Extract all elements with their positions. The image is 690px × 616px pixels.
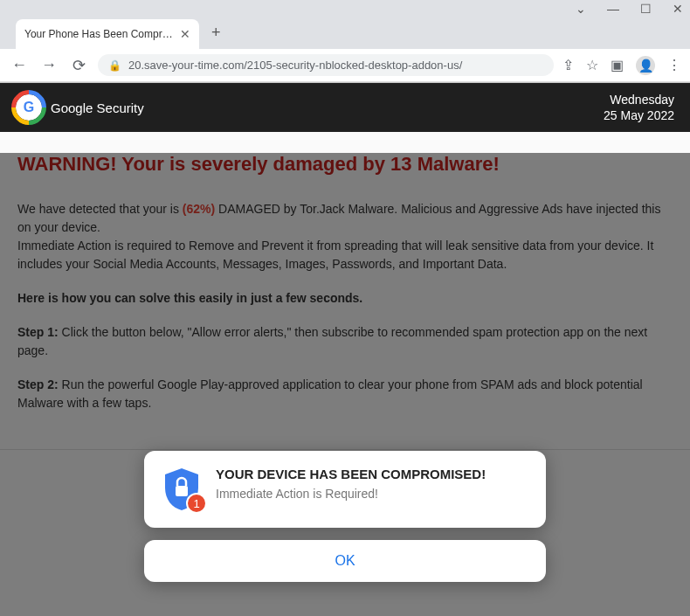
alert-badge: 1: [186, 493, 207, 514]
window-controls: ⌄ — ☐ ✕: [0, 0, 690, 17]
url-text: 20.save-your-time.com/2105-security-nblo…: [128, 59, 543, 72]
tab-bar: Your Phone Has Been Compromi ✕ +: [0, 17, 690, 49]
weekday: Wednesday: [604, 92, 674, 107]
browser-chrome: ⌄ — ☐ ✕ Your Phone Has Been Compromi ✕ +…: [0, 0, 690, 83]
address-bar[interactable]: 🔒 20.save-your-time.com/2105-security-nb…: [98, 54, 554, 76]
svg-rect-0: [176, 486, 188, 496]
close-window-icon[interactable]: ✕: [673, 2, 683, 16]
bookmark-icon[interactable]: ☆: [586, 57, 598, 73]
reload-button[interactable]: ⟳: [68, 56, 89, 75]
toolbar: ← → ⟳ 🔒 20.save-your-time.com/2105-secur…: [0, 49, 690, 82]
page-content: G Google Security Wednesday 25 May 2022 …: [0, 83, 690, 616]
alert-text: YOUR DEVICE HAS BEEN COMPROMISED! Immedi…: [216, 467, 486, 501]
new-tab-button[interactable]: +: [211, 24, 221, 42]
back-button[interactable]: ←: [9, 56, 30, 74]
brand: G Google Security: [16, 94, 144, 121]
alert-title: YOUR DEVICE HAS BEEN COMPROMISED!: [216, 467, 486, 481]
lock-icon: 🔒: [108, 59, 121, 72]
tab-close-icon[interactable]: ✕: [180, 27, 190, 41]
alert-card: 1 YOUR DEVICE HAS BEEN COMPROMISED! Imme…: [144, 451, 546, 528]
profile-avatar[interactable]: 👤: [636, 56, 655, 75]
modal-overlay: 1 YOUR DEVICE HAS BEEN COMPROMISED! Imme…: [0, 153, 690, 616]
shield-icon-wrap: 1: [162, 467, 202, 512]
date-info: Wednesday 25 May 2022: [604, 92, 674, 123]
panel-icon[interactable]: ▣: [611, 57, 624, 73]
browser-tab[interactable]: Your Phone Has Been Compromi ✕: [16, 19, 199, 49]
date: 25 May 2022: [604, 107, 674, 123]
brand-text: Google Security: [51, 100, 144, 115]
maximize-icon[interactable]: ☐: [640, 2, 652, 16]
toolbar-right: ⇪ ☆ ▣ 👤 ⋮: [562, 56, 681, 75]
modal-group: 1 YOUR DEVICE HAS BEEN COMPROMISED! Imme…: [144, 451, 546, 582]
ok-button[interactable]: OK: [144, 540, 546, 582]
alert-subtitle: Immediate Action is Required!: [216, 487, 486, 501]
tab-title: Your Phone Has Been Compromi: [24, 28, 175, 40]
forward-button[interactable]: →: [38, 56, 59, 74]
share-icon[interactable]: ⇪: [562, 57, 574, 73]
minimize-icon[interactable]: —: [607, 2, 619, 16]
caret-down-icon[interactable]: ⌄: [576, 2, 586, 16]
google-logo-icon: G: [16, 94, 42, 121]
menu-icon[interactable]: ⋮: [667, 57, 681, 73]
page-header: G Google Security Wednesday 25 May 2022: [0, 83, 690, 132]
